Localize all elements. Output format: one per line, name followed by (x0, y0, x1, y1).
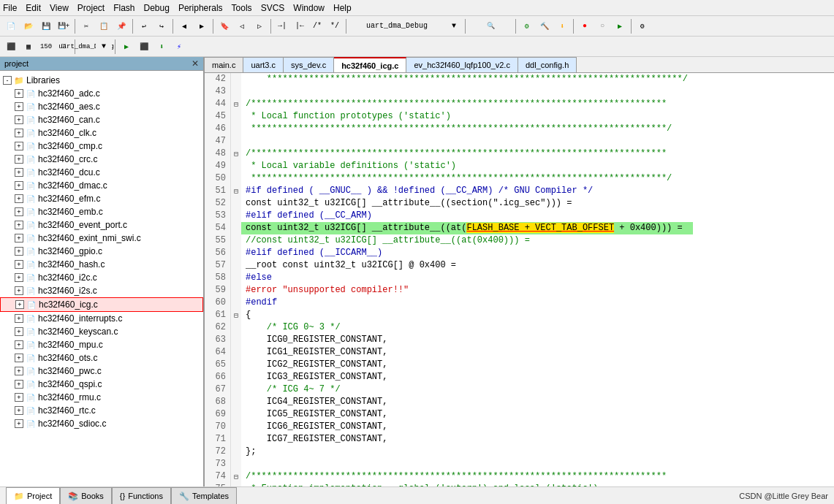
tree-item-hc32f460_rmu-c[interactable]: + hc32f460_rmu.c (0, 391, 203, 404)
tree-item-hc32f460_gpio-c[interactable]: + hc32f460_gpio.c (0, 245, 203, 258)
code-70[interactable]: ICG6_REGISTER_CONSTANT, (241, 421, 693, 433)
cut-btn[interactable]: ✂ (78, 18, 94, 34)
expand-icon-9[interactable]: + (15, 207, 23, 216)
tree-item-hc32f460_keyscan-c[interactable]: + hc32f460_keyscan.c (0, 325, 203, 338)
gutter-61[interactable]: ⊟ (231, 309, 241, 321)
code-71[interactable]: ICG7_REGISTER_CONSTANT, (241, 433, 693, 446)
status-tab-books[interactable]: 📚 Books (60, 487, 112, 505)
unindent-btn[interactable]: |← (292, 18, 308, 34)
debug-stop-btn[interactable]: ○ (594, 18, 610, 34)
new-btn[interactable]: 📄 (3, 18, 19, 34)
uncomment-btn[interactable]: */ (327, 18, 343, 34)
tree-item-hc32f460_i2c-c[interactable]: + hc32f460_i2c.c (0, 271, 203, 284)
save-btn[interactable]: 💾 (38, 18, 54, 34)
menu-peripherals[interactable]: Peripherals (178, 3, 223, 13)
code-43[interactable] (241, 85, 693, 98)
tree-item-hc32f460_hash-c[interactable]: + hc32f460_hash.c (0, 258, 203, 271)
run2-btn[interactable]: ▶ (118, 39, 134, 55)
expand-icon-4[interactable]: + (15, 142, 23, 150)
tree-item-hc32f460_mpu-c[interactable]: + hc32f460_mpu.c (0, 338, 203, 351)
expand-icon-19[interactable]: + (15, 340, 23, 349)
rebuild-btn[interactable]: 🔨 (537, 18, 553, 34)
expand-icon-23[interactable]: + (15, 393, 23, 402)
code-56[interactable]: #elif defined (__ICCARM__) (241, 247, 693, 259)
bookmark-btn[interactable]: 🔖 (216, 18, 232, 34)
code-editor[interactable]: 42 *************************************… (205, 73, 834, 486)
tree-item-hc32f460_sdioc-c[interactable]: + hc32f460_sdioc.c (0, 417, 203, 430)
tab-ev-c[interactable]: ev_hc32f460_lqfp100_v2.c (406, 57, 518, 72)
expand-icon-17[interactable]: + (15, 314, 23, 323)
debug-start-btn[interactable]: ● (577, 18, 593, 34)
debug-run-btn[interactable]: ▶ (612, 18, 628, 34)
nav-back-btn[interactable]: ◀ (176, 18, 192, 34)
status-tab-functions[interactable]: {} Functions (112, 487, 171, 505)
tree-item-hc32f460_aes-c[interactable]: + hc32f460_aes.c (0, 100, 203, 113)
expand-icon-7[interactable]: + (15, 181, 23, 190)
code-60[interactable]: #endif (241, 297, 693, 309)
expand-icon-10[interactable]: + (15, 221, 23, 229)
code-65[interactable]: ICG2_REGISTER_CONSTANT, (241, 359, 693, 371)
copy-btn[interactable]: 📋 (96, 18, 112, 34)
sidebar-tree[interactable]: - Libraries + hc32f460_adc.c + hc32f460_… (0, 71, 203, 486)
menu-help[interactable]: Help (333, 3, 352, 13)
options-btn[interactable]: ⚙ (634, 18, 651, 34)
code-59[interactable]: #error "unsupported compiler!!" (241, 284, 693, 297)
tree-item-hc32f460_interrupts-c[interactable]: + hc32f460_interrupts.c (0, 312, 203, 325)
tree-item-hc32f460_ots-c[interactable]: + hc32f460_ots.c (0, 351, 203, 364)
expand-icon-24[interactable]: + (15, 406, 23, 415)
target2-btn[interactable]: ⬇ (153, 39, 170, 55)
menu-edit[interactable]: Edit (26, 3, 41, 13)
expand-icon-2[interactable]: + (15, 115, 23, 124)
prev-bookmark-btn[interactable]: ◁ (234, 18, 250, 34)
comment-btn[interactable]: /* (309, 18, 325, 34)
menu-file[interactable]: File (3, 3, 17, 13)
tab-ddl-h[interactable]: ddl_config.h (518, 57, 577, 72)
tree-item-hc32f460_pwc-c[interactable]: + hc32f460_pwc.c (0, 364, 203, 378)
code-66[interactable]: ICG3_REGISTER_CONSTANT, (241, 371, 693, 383)
gutter-74[interactable]: ⊟ (231, 470, 241, 483)
expand-icon-14[interactable]: + (15, 273, 23, 282)
tree-item-hc32f460_cmp-c[interactable]: + hc32f460_cmp.c (0, 140, 203, 153)
code-68[interactable]: ICG4_REGISTER_CONSTANT, (241, 396, 693, 408)
build-btn[interactable]: ⚙ (519, 18, 535, 34)
gutter-51[interactable]: ⊟ (231, 185, 241, 197)
target-opt3[interactable]: 150 (38, 39, 54, 55)
menu-project[interactable]: Project (77, 3, 105, 13)
code-47[interactable] (241, 135, 693, 148)
redo-btn[interactable]: ↪ (153, 18, 170, 34)
expand-icon-21[interactable]: + (15, 367, 23, 375)
expand-icon-1[interactable]: + (15, 102, 23, 111)
expand-icon-8[interactable]: + (15, 194, 23, 203)
sidebar-close-btn[interactable]: ✕ (192, 58, 199, 69)
code-61[interactable]: { (241, 309, 693, 321)
menu-flash[interactable]: Flash (113, 3, 134, 13)
code-55[interactable]: //const uint32_t u32ICG[] __attribute__(… (241, 234, 693, 247)
code-49[interactable]: * Local variable definitions ('static') (241, 160, 693, 172)
tab-icg-c[interactable]: hc32f460_icg.c (334, 57, 406, 72)
menu-tools[interactable]: Tools (232, 3, 252, 13)
expand-icon-22[interactable]: + (15, 380, 23, 389)
format-btn[interactable]: uart_dma_Debug (78, 39, 94, 55)
code-58[interactable]: #else (241, 272, 693, 284)
code-44[interactable]: /***************************************… (241, 98, 693, 110)
target-sel[interactable]: ⬛ (3, 39, 19, 55)
tree-item-hc32f460_dcu-c[interactable]: + hc32f460_dcu.c (0, 166, 203, 179)
expand-icon-18[interactable]: + (15, 327, 23, 336)
tree-item-hc32f460_clk-c[interactable]: + hc32f460_clk.c (0, 126, 203, 140)
status-tab-templates[interactable]: 🔧 Templates (171, 487, 237, 505)
search-input-btn[interactable]: 🔍 (469, 18, 512, 34)
tree-libraries[interactable]: - Libraries (0, 74, 203, 87)
tree-item-hc32f460_icg-c[interactable]: + hc32f460_icg.c (0, 297, 203, 312)
tree-item-hc32f460_i2s-c[interactable]: + hc32f460_i2s.c (0, 284, 203, 297)
code-42[interactable]: ****************************************… (241, 73, 693, 85)
tree-item-hc32f460_efm-c[interactable]: + hc32f460_efm.c (0, 192, 203, 205)
expand-icon-16[interactable]: + (15, 300, 24, 309)
gutter-44[interactable]: ⊟ (231, 98, 241, 110)
tree-item-hc32f460_event_port-c[interactable]: + hc32f460_event_port.c (0, 218, 203, 232)
code-62[interactable]: /* ICG 0~ 3 */ (241, 321, 693, 334)
code-74[interactable]: /***************************************… (241, 470, 693, 483)
code-64[interactable]: ICG1_REGISTER_CONSTANT, (241, 346, 693, 359)
stop2-btn[interactable]: ⬛ (136, 39, 152, 55)
code-63[interactable]: ICG0_REGISTER_CONSTANT, (241, 334, 693, 346)
expand-libraries-icon[interactable]: - (3, 76, 12, 85)
